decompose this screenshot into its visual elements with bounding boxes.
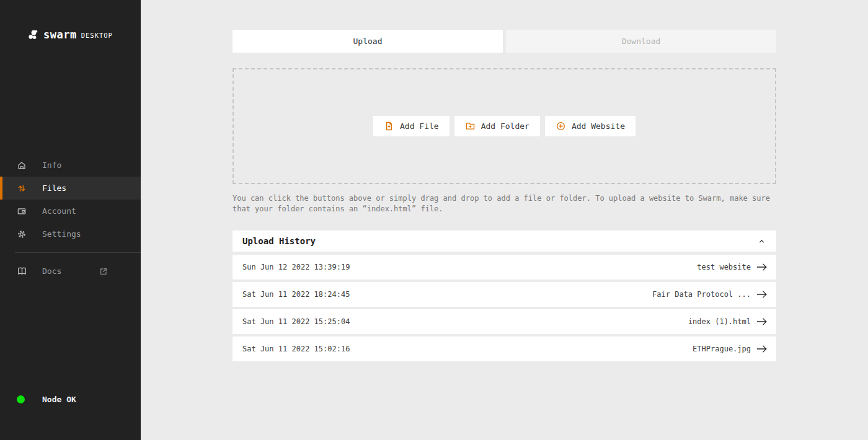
- arrows-up-down-icon: [17, 183, 27, 193]
- status-dot: [17, 395, 25, 403]
- sidebar-item-files[interactable]: Files: [0, 177, 141, 200]
- add-file-label: Add File: [400, 121, 439, 131]
- sidebar-nav: Info Files Account: [0, 154, 141, 245]
- globe-plus-icon: [556, 121, 566, 131]
- gear-icon: [17, 229, 27, 239]
- history-row[interactable]: Sat Jun 11 2022 15:02:16 ETHPrague.jpg: [232, 337, 776, 361]
- sidebar-item-label: Account: [42, 206, 76, 216]
- home-icon: [17, 161, 27, 170]
- upload-download-tabs: Upload Download: [232, 30, 776, 53]
- history-row[interactable]: Sat Jun 11 2022 18:24:45 Fair Data Proto…: [232, 282, 776, 307]
- sidebar-divider: [15, 252, 141, 253]
- sidebar-item-settings[interactable]: Settings: [0, 222, 141, 245]
- add-file-button[interactable]: Add File: [373, 116, 450, 136]
- add-folder-button[interactable]: Add Folder: [454, 116, 540, 136]
- node-status-label: Node OK: [42, 395, 76, 404]
- logo-suffix: DESKTOP: [81, 32, 113, 39]
- sidebar-item-docs[interactable]: Docs: [0, 260, 141, 283]
- history-row-name: Fair Data Protocol ...: [652, 290, 751, 299]
- swarm-logo: swarm DESKTOP: [0, 0, 141, 41]
- app-window: swarm DESKTOP Info: [0, 0, 868, 440]
- upload-history-section: Upload History Sun Jun 12 2022 13:39:19 …: [232, 231, 776, 361]
- arrow-right-icon[interactable]: [756, 317, 768, 327]
- wallet-icon: [17, 206, 27, 216]
- swarm-hexagons-icon: [27, 29, 39, 41]
- history-row[interactable]: Sun Jun 12 2022 13:39:19 test website: [232, 255, 776, 279]
- sidebar-item-label: Settings: [42, 229, 81, 239]
- history-row[interactable]: Sat Jun 11 2022 15:25:04 index (1).html: [232, 309, 776, 334]
- arrow-right-icon[interactable]: [756, 289, 768, 299]
- sidebar-item-label: Files: [42, 183, 66, 193]
- history-row-date: Sun Jun 12 2022 13:39:19: [242, 263, 350, 271]
- sidebar-item-label: Docs: [42, 266, 99, 276]
- add-website-label: Add Website: [572, 121, 625, 131]
- file-plus-icon: [384, 121, 394, 131]
- history-row-name: index (1).html: [688, 317, 751, 326]
- sidebar-item-account[interactable]: Account: [0, 200, 141, 222]
- history-row-date: Sat Jun 11 2022 18:24:45: [242, 290, 350, 299]
- add-folder-label: Add Folder: [481, 121, 529, 131]
- sidebar-item-info[interactable]: Info: [0, 154, 141, 177]
- main-area: Upload Download Add File: [141, 0, 868, 440]
- folder-plus-icon: [465, 121, 476, 131]
- logo-brand: swarm: [43, 29, 77, 41]
- tab-upload[interactable]: Upload: [232, 30, 503, 53]
- node-status: Node OK: [0, 395, 141, 404]
- sidebar: swarm DESKTOP Info: [0, 0, 141, 440]
- book-icon: [17, 266, 27, 276]
- sidebar-item-label: Info: [42, 161, 61, 170]
- upload-history-header[interactable]: Upload History: [232, 231, 776, 252]
- file-drop-zone[interactable]: Add File Add Folder: [232, 68, 776, 184]
- upload-history-title: Upload History: [242, 236, 316, 246]
- upload-history-list: Sun Jun 12 2022 13:39:19 test website Sa…: [232, 255, 776, 361]
- tab-download[interactable]: Download: [506, 30, 776, 53]
- history-row-date: Sat Jun 11 2022 15:25:04: [242, 317, 350, 326]
- arrow-right-icon[interactable]: [756, 344, 768, 354]
- history-row-name: ETHPrague.jpg: [693, 345, 751, 353]
- history-row-name: test website: [697, 263, 751, 271]
- add-website-button[interactable]: Add Website: [545, 116, 636, 136]
- history-row-date: Sat Jun 11 2022 15:02:16: [242, 345, 350, 353]
- chevron-up-icon[interactable]: [758, 237, 766, 245]
- arrow-right-icon[interactable]: [756, 262, 768, 272]
- dropzone-helper-text: You can click the buttons above or simpl…: [232, 193, 776, 214]
- external-link-icon: [99, 266, 108, 276]
